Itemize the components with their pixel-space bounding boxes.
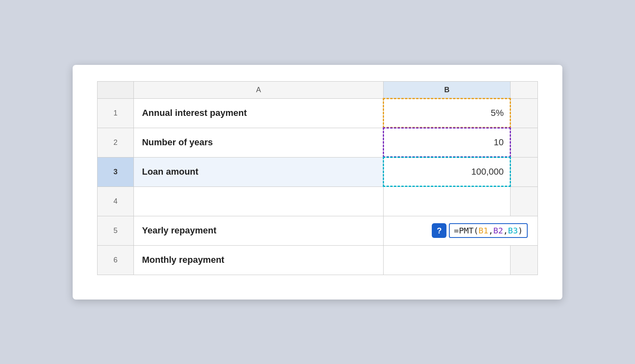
label-cell[interactable]: Loan amount (133, 157, 383, 186)
table-row: 6 Monthly repayment (98, 245, 538, 275)
formula-open-paren: ( (474, 226, 479, 235)
table-row: 3 Loan amount 100,000 (98, 157, 538, 186)
row-num-header (98, 81, 134, 98)
value-cell-b1[interactable]: 5% (383, 98, 510, 128)
value-cell-b2[interactable]: 10 (383, 128, 510, 157)
formula-box[interactable]: =PMT(B1,B2,B3) (449, 223, 528, 238)
value-cell (383, 186, 510, 216)
row-number: 1 (98, 98, 134, 128)
extra-cell (511, 245, 538, 275)
row-number: 2 (98, 128, 134, 157)
column-header-row: A B (98, 81, 538, 98)
label-cell[interactable]: Annual interest payment (133, 98, 383, 128)
value-cell-b3[interactable]: 100,000 (383, 157, 510, 186)
label-cell (133, 186, 383, 216)
formula-b2-ref: B2 (493, 226, 503, 235)
spreadsheet-card: A B 1 Annual interest payment 5% 2 Numbe… (73, 65, 562, 300)
table-row: 2 Number of years 10 (98, 128, 538, 157)
formula-cell[interactable]: ? =PMT(B1,B2,B3) (383, 216, 537, 245)
formula-container: ? =PMT(B1,B2,B3) (384, 223, 531, 238)
label-cell[interactable]: Yearly repayment (133, 216, 383, 245)
label-cell[interactable]: Monthly repayment (133, 245, 383, 275)
row-number: 6 (98, 245, 134, 275)
extra-cell (511, 186, 538, 216)
formula-b1-ref: B1 (479, 226, 488, 235)
value-cell (383, 245, 510, 275)
col-extra-header (511, 81, 538, 98)
extra-cell (511, 157, 538, 186)
extra-cell (511, 128, 538, 157)
col-b-header[interactable]: B (383, 81, 510, 98)
col-a-header[interactable]: A (133, 81, 383, 98)
extra-cell (511, 98, 538, 128)
table-row: 1 Annual interest payment 5% (98, 98, 538, 128)
formula-comma1: , (488, 226, 493, 235)
spreadsheet-table: A B 1 Annual interest payment 5% 2 Numbe… (97, 81, 538, 275)
table-row: 4 (98, 186, 538, 216)
label-cell[interactable]: Number of years (133, 128, 383, 157)
table-row: 5 Yearly repayment ? =PMT(B1,B2,B3) (98, 216, 538, 245)
formula-func: PMT (459, 226, 473, 235)
formula-comma2: , (503, 226, 508, 235)
formula-close-paren: ) (518, 226, 523, 235)
row-number: 3 (98, 157, 134, 186)
question-badge: ? (432, 223, 446, 238)
row-number: 4 (98, 186, 134, 216)
formula-b3-ref: B3 (508, 226, 518, 235)
formula-equals: = (454, 226, 459, 235)
row-number: 5 (98, 216, 134, 245)
